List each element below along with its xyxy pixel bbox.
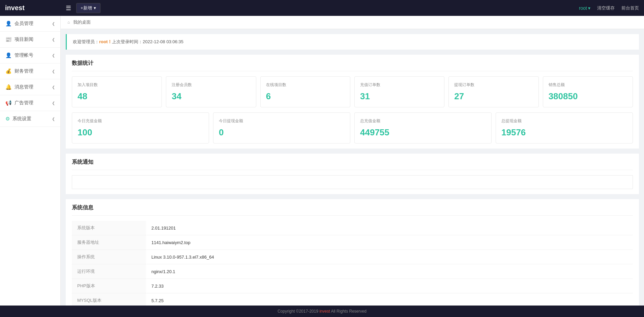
sidebar-arrow-member: ❮ — [52, 22, 55, 26]
sidebar-arrow-settings: ❮ — [52, 117, 55, 121]
stat-label-1: 注册会员数 — [172, 82, 250, 88]
stat-value-8: 449755 — [360, 127, 486, 138]
sidebar-label-settings: 系统设置 — [12, 116, 31, 122]
stat-card-6: 今日充值金额 100 — [72, 112, 209, 143]
sysinfo-title: 系统信息 — [72, 204, 633, 216]
stat-label-5: 销售总额 — [549, 82, 627, 88]
front-page-link[interactable]: 前台首页 — [621, 5, 639, 11]
footer-text: Copyright ©2017-2019 invest All Rights R… — [277, 309, 367, 314]
sysinfo-value-1: 1141.haiwaiym2.top — [146, 235, 633, 250]
sidebar-arrow-news: ❮ — [52, 37, 55, 42]
stat-value-1: 34 — [172, 91, 250, 102]
sidebar: 👤 会员管理 ❮ 📰 项目新闻 ❮ 👤 管理帐号 ❮ 💰 财务管理 ❮ — [0, 16, 61, 306]
stat-card-0: 加入项目数 48 — [72, 76, 162, 107]
stat-value-2: 6 — [266, 91, 345, 102]
sidebar-label-msg: 消息管理 — [14, 84, 33, 90]
sidebar-arrow-finance: ❮ — [52, 69, 55, 74]
stat-value-0: 48 — [78, 91, 156, 102]
welcome-text: 欢迎管理员： — [73, 39, 99, 44]
sidebar-item-sys-settings[interactable]: ⚙ 系统设置 ❮ — [0, 111, 60, 127]
sysinfo-label-0: 系统版本 — [72, 221, 146, 235]
sidebar-item-project-news[interactable]: 📰 项目新闻 ❮ — [0, 32, 60, 48]
stat-value-9: 19576 — [501, 127, 627, 138]
sysinfo-label-5: MYSQL版本 — [72, 293, 146, 306]
stats-grid-row1: 加入项目数 48 注册会员数 34 在线项目数 6 充值订单数 31 提现订单数 — [72, 76, 633, 107]
stat-label-2: 在线项目数 — [266, 82, 345, 88]
stat-card-3: 充值订单数 31 — [354, 76, 444, 107]
stat-value-5: 380850 — [549, 91, 627, 102]
sidebar-label-finance: 财务管理 — [14, 68, 33, 74]
news-icon: 📰 — [5, 36, 12, 43]
sidebar-item-finance-mgmt[interactable]: 💰 财务管理 ❮ — [0, 63, 60, 79]
sysinfo-label-2: 操作系统 — [72, 250, 146, 264]
stat-label-4: 提现订单数 — [454, 82, 533, 88]
ads-icon: 📢 — [5, 100, 12, 106]
sidebar-item-member-mgmt[interactable]: 👤 会员管理 ❮ — [0, 16, 60, 32]
welcome-banner: 欢迎管理员：root！上次登录时间：2022-12-08 03:06:35 — [66, 34, 639, 50]
header: invest ☰ +新增 ▾ root ▾ 清空缓存 前台首页 — [0, 0, 644, 16]
add-new-label: +新增 — [81, 5, 92, 11]
stat-label-8: 总充值金额 — [360, 118, 486, 124]
sysinfo-value-3: nginx/1.20.1 — [146, 264, 633, 279]
notification-empty-cell — [72, 176, 633, 189]
sidebar-label-member: 会员管理 — [14, 21, 33, 27]
notification-title: 系统通知 — [72, 159, 633, 170]
sidebar-arrow-ads: ❮ — [52, 101, 55, 105]
stat-label-3: 充值订单数 — [360, 82, 439, 88]
header-right: root ▾ 清空缓存 前台首页 — [579, 5, 639, 11]
user-name: root — [579, 5, 587, 11]
sysinfo-label-1: 服务器地址 — [72, 235, 146, 250]
sysinfo-value-2: Linux 3.10.0-957.1.3.el7.x86_64 — [146, 250, 633, 264]
stat-value-4: 27 — [454, 91, 533, 102]
clear-cache-link[interactable]: 清空缓存 — [597, 5, 615, 11]
stat-value-6: 100 — [78, 127, 203, 138]
sidebar-item-account-mgmt[interactable]: 👤 管理帐号 ❮ — [0, 48, 60, 63]
stat-label-7: 今日提现金额 — [219, 118, 345, 124]
sysinfo-row-2: 操作系统Linux 3.10.0-957.1.3.el7.x86_64 — [72, 250, 633, 264]
sidebar-item-ads-mgmt[interactable]: 📢 广告管理 ❮ — [0, 95, 60, 111]
sysinfo-table: 系统版本2.01.191201服务器地址1141.haiwaiym2.top操作… — [72, 221, 633, 306]
sysinfo-row-4: PHP版本7.2.33 — [72, 279, 633, 293]
breadcrumb: ⌂ 我的桌面 — [61, 16, 644, 29]
sidebar-arrow-msg: ❮ — [52, 85, 55, 89]
sysinfo-section: 系统信息 系统版本2.01.191201服务器地址1141.haiwaiym2.… — [66, 199, 639, 306]
app-logo: invest — [5, 4, 66, 12]
stat-value-3: 31 — [360, 91, 439, 102]
user-menu[interactable]: root ▾ — [579, 5, 590, 11]
sysinfo-row-0: 系统版本2.01.191201 — [72, 221, 633, 235]
stat-card-5: 销售总额 380850 — [543, 76, 633, 107]
sidebar-label-ads: 广告管理 — [14, 100, 33, 106]
add-new-dropdown-icon: ▾ — [94, 5, 96, 10]
welcome-admin: root！ — [99, 39, 112, 44]
stat-label-6: 今日充值金额 — [78, 118, 203, 124]
user-dropdown-icon: ▾ — [588, 5, 590, 11]
settings-icon: ⚙ — [5, 116, 10, 122]
stat-card-4: 提现订单数 27 — [448, 76, 538, 107]
stats-section: 数据统计 加入项目数 48 注册会员数 34 在线项目数 6 充值订单数 31 — [66, 55, 639, 149]
breadcrumb-label: 我的桌面 — [73, 19, 91, 25]
menu-toggle-icon[interactable]: ☰ — [66, 4, 71, 12]
stat-value-7: 0 — [219, 127, 345, 138]
stats-title: 数据统计 — [72, 60, 633, 71]
main-content: ⌂ 我的桌面 欢迎管理员：root！上次登录时间：2022-12-08 03:0… — [61, 16, 644, 306]
notification-table — [72, 175, 633, 189]
welcome-last-login: 上次登录时间：2022-12-08 03:06:35 — [112, 39, 183, 44]
sysinfo-value-0: 2.01.191201 — [146, 221, 633, 235]
stat-card-1: 注册会员数 34 — [166, 76, 256, 107]
sidebar-arrow-account: ❮ — [52, 53, 55, 58]
footer: Copyright ©2017-2019 invest All Rights R… — [0, 306, 644, 317]
stat-card-8: 总充值金额 449755 — [354, 112, 492, 143]
sysinfo-row-5: MYSQL版本5.7.25 — [72, 293, 633, 306]
notification-section: 系统通知 — [66, 154, 639, 194]
stat-label-0: 加入项目数 — [78, 82, 156, 88]
notification-empty-row — [72, 176, 633, 189]
sidebar-item-msg-mgmt[interactable]: 🔔 消息管理 ❮ — [0, 79, 60, 95]
add-new-button[interactable]: +新增 ▾ — [76, 3, 100, 13]
sysinfo-row-3: 运行环境nginx/1.20.1 — [72, 264, 633, 279]
stat-card-7: 今日提现金额 0 — [213, 112, 350, 143]
sysinfo-row-1: 服务器地址1141.haiwaiym2.top — [72, 235, 633, 250]
finance-icon: 💰 — [5, 68, 12, 74]
msg-icon: 🔔 — [5, 84, 12, 90]
footer-brand: invest — [319, 309, 330, 314]
sysinfo-value-5: 5.7.25 — [146, 293, 633, 306]
